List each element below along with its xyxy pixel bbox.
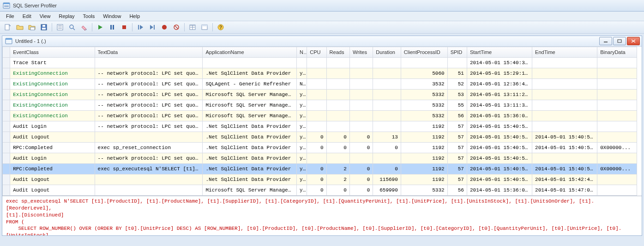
table-row[interactable]: Audit Logout.Net SqlClient Data Provider… — [3, 174, 637, 185]
row-handle[interactable] — [3, 100, 10, 111]
cell: 2014-05-01 15:40:50... — [532, 164, 597, 174]
svg-rect-2 — [4, 6, 9, 6]
col-header[interactable]: StartTime — [467, 47, 532, 58]
cell — [307, 153, 326, 164]
cell: exec sp_executesql N'SELECT [t1].[P... — [95, 164, 203, 174]
step-icon[interactable] — [135, 22, 145, 32]
cell: 2014-05-01 15:36:04... — [467, 185, 532, 196]
svg-rect-3 — [4, 6, 9, 7]
svg-text:?: ? — [219, 25, 222, 30]
cell — [597, 185, 637, 196]
open-file-icon[interactable] — [15, 22, 25, 32]
row-handle[interactable] — [3, 174, 10, 185]
row-handle[interactable] — [3, 143, 10, 153]
cell: y. — [297, 164, 307, 174]
clear-icon[interactable] — [79, 22, 89, 32]
table-row[interactable]: Audit Login-- network protocol: LPC set … — [3, 153, 637, 164]
help-icon[interactable]: ? — [216, 22, 226, 32]
cell: 1192 — [401, 132, 447, 143]
save-icon[interactable] — [39, 22, 49, 32]
group-icon[interactable] — [199, 22, 210, 32]
cell — [373, 121, 401, 132]
cell — [349, 79, 373, 90]
table-row[interactable]: Audit Logout.Net SqlClient Data Provider… — [3, 132, 637, 143]
row-handle[interactable] — [3, 79, 10, 90]
col-header[interactable]: ClientProcessID — [401, 47, 447, 58]
detail-pane[interactable]: exec sp_executesql N'SELECT [t1].[Produc… — [2, 196, 642, 235]
col-header[interactable]: CPU — [307, 47, 326, 58]
row-handle[interactable] — [3, 185, 10, 196]
toolbar: ? — [0, 21, 644, 34]
table-row[interactable]: Audit Login-- network protocol: LPC set … — [3, 121, 637, 132]
menu-edit[interactable]: Edit — [18, 12, 36, 20]
cell: .Net SqlClient Data Provider — [203, 132, 297, 143]
cell — [532, 79, 597, 90]
menu-tools[interactable]: Tools — [79, 12, 99, 20]
menu-help[interactable]: Help — [125, 12, 144, 20]
menu-file[interactable]: File — [2, 12, 18, 20]
find-icon[interactable] — [67, 22, 77, 32]
cell — [307, 100, 326, 111]
table-row[interactable]: Trace Start2014-05-01 15:40:34... — [3, 58, 637, 68]
document-title: Untitled - 1 (.) — [15, 38, 46, 44]
cell: 1192 — [401, 164, 447, 174]
aggregate-icon[interactable] — [187, 22, 198, 32]
row-handle[interactable] — [3, 58, 10, 68]
cell: 5332 — [401, 185, 447, 196]
col-header[interactable]: Reads — [326, 47, 349, 58]
table-row[interactable]: ExistingConnection-- network protocol: L… — [3, 111, 637, 121]
col-header[interactable]: EventClass — [10, 47, 95, 58]
new-trace-icon[interactable] — [3, 22, 13, 32]
cell: 2014-05-01 15:40:50... — [467, 164, 532, 174]
stop-icon[interactable] — [119, 22, 129, 32]
cell: 0 — [326, 143, 349, 153]
minimize-button[interactable] — [599, 37, 612, 45]
col-header[interactable]: N.. — [297, 47, 307, 58]
cell: 5332 — [401, 90, 447, 100]
table-row[interactable]: ExistingConnection-- network protocol: L… — [3, 90, 637, 100]
close-button[interactable] — [627, 37, 640, 45]
open-table-icon[interactable] — [27, 22, 37, 32]
table-row[interactable]: ExistingConnection-- network protocol: L… — [3, 100, 637, 111]
row-handle[interactable] — [3, 153, 10, 164]
col-header[interactable]: TextData — [95, 47, 203, 58]
trace-grid[interactable]: EventClassTextDataApplicationNameN..CPUR… — [2, 47, 642, 196]
table-row[interactable]: ExistingConnection-- network protocol: L… — [3, 68, 637, 79]
col-header[interactable]: Duration — [373, 47, 401, 58]
cell: RPC:Completed — [10, 164, 95, 174]
table-row[interactable]: Audit LogoutMicrosoft SQL Server Managem… — [3, 185, 637, 196]
cell: 2014-05-01 15:47:04... — [532, 185, 597, 196]
col-header[interactable]: BinaryData — [597, 47, 637, 58]
pause-icon[interactable] — [107, 22, 117, 32]
row-handle[interactable] — [3, 90, 10, 100]
cell — [349, 68, 373, 79]
cell: .Net SqlClient Data Provider — [203, 143, 297, 153]
table-row[interactable]: ExistingConnection-- network protocol: L… — [3, 79, 637, 90]
cell: exec sp_reset_connection — [95, 143, 203, 153]
col-header[interactable]: SPID — [447, 47, 467, 58]
row-handle[interactable] — [3, 111, 10, 121]
table-row[interactable]: RPC:Completedexec sp_reset_connection.Ne… — [3, 143, 637, 153]
col-header[interactable]: ApplicationName — [203, 47, 297, 58]
row-handle[interactable] — [3, 121, 10, 132]
run-to-cursor-icon[interactable] — [147, 22, 157, 32]
svg-rect-10 — [58, 25, 62, 26]
cell: 5060 — [401, 68, 447, 79]
col-header[interactable]: Writes — [349, 47, 373, 58]
cell: Audit Login — [10, 121, 95, 132]
cell: N. — [297, 79, 307, 90]
table-row[interactable]: RPC:Completedexec sp_executesql N'SELECT… — [3, 164, 637, 174]
col-header[interactable]: EndTime — [532, 47, 597, 58]
cell: 0 — [349, 174, 373, 185]
maximize-button[interactable] — [613, 37, 626, 45]
menu-replay[interactable]: Replay — [54, 12, 78, 20]
properties-icon[interactable] — [55, 22, 65, 32]
clear-break-icon[interactable] — [171, 22, 181, 32]
menu-view[interactable]: View — [36, 12, 55, 20]
row-handle[interactable] — [3, 132, 10, 143]
row-handle[interactable] — [3, 164, 10, 174]
toggle-break-icon[interactable] — [159, 22, 169, 32]
row-handle[interactable] — [3, 68, 10, 79]
start-icon[interactable] — [95, 22, 105, 32]
menu-window[interactable]: Window — [99, 12, 125, 20]
